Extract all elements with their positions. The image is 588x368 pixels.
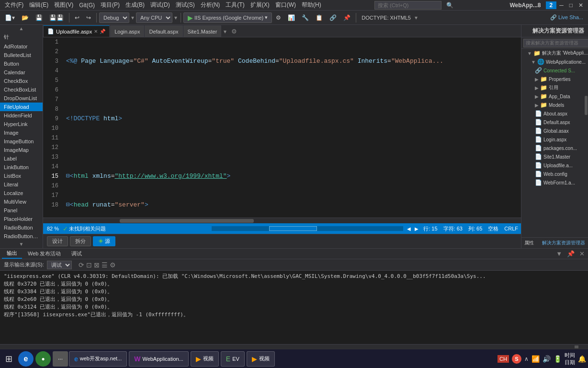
tree-about[interactable]: 📄 About.aspx: [521, 109, 588, 118]
tree-login[interactable]: 📄 Login.aspx: [521, 135, 588, 144]
close-button[interactable]: ✕: [576, 1, 586, 10]
toolbar-btn5[interactable]: 🔗: [327, 12, 339, 23]
tree-webconfig[interactable]: 📄 Web.config: [521, 170, 588, 178]
taskbar-clock[interactable]: 时间 日期: [565, 352, 575, 366]
menu-help[interactable]: 帮助(H): [299, 0, 324, 10]
output-tool-down[interactable]: ▼: [554, 250, 564, 257]
code-content[interactable]: <%@ Page Language="C#" AutoEventWireup="…: [62, 37, 521, 218]
toolbox-item-hiddenfield[interactable]: HiddenField: [0, 111, 43, 120]
scroll-left-arrow[interactable]: ◀: [407, 226, 411, 231]
tree-models[interactable]: ▶ 📁 Models: [521, 101, 588, 109]
toolbox-item-hyperlink[interactable]: HyperLink: [0, 120, 43, 128]
tab-uploadfile-close[interactable]: ✕: [94, 29, 98, 34]
output-tab-debug[interactable]: 调试: [67, 249, 87, 258]
toolbox-item-zhen[interactable]: 针: [0, 32, 43, 42]
output-dock-btn[interactable]: 📌: [565, 250, 576, 257]
toolbox-item-imagemap[interactable]: ImageMap: [0, 146, 43, 154]
toolbox-item-radiobutton[interactable]: RadioButton: [0, 223, 43, 232]
toolbox-scroll-up[interactable]: ▲: [0, 25, 43, 32]
tabs-overflow-btn[interactable]: ▾: [222, 26, 228, 37]
code-editor[interactable]: 1 2 3 4 5 6 7 8 9 10 11 12 13 14 15 16 1…: [43, 37, 521, 218]
toolbar-open-btn[interactable]: 📂: [19, 12, 32, 23]
toolbar-btn3[interactable]: 🔧: [299, 12, 312, 23]
tab-uploadfile[interactable]: 📄 Uploadfile.aspx ✕ 📌: [43, 25, 110, 37]
output-hscroll[interactable]: [0, 344, 588, 349]
toolbox-item-literal[interactable]: Literal: [0, 180, 43, 189]
tree-appdata[interactable]: ▶ 📁 App_Data: [521, 92, 588, 101]
toolbox-item-localize[interactable]: Localize: [0, 189, 43, 197]
toolbox-item-label[interactable]: Label: [0, 154, 43, 163]
output-source-select[interactable]: 调试: [47, 261, 72, 269]
taskbar-ev-btn[interactable]: E EV: [221, 351, 245, 367]
h-scrollbar-thumb[interactable]: [120, 219, 254, 223]
toolbox-item-multiview[interactable]: MultiView: [0, 197, 43, 206]
tree-solution[interactable]: ▼ 📁 解决方案 'WebAppli...': [521, 49, 588, 58]
toolbar-profile-btn[interactable]: ⚙: [273, 12, 284, 23]
tree-webform1[interactable]: 📄 WebForm1.a...: [521, 178, 588, 187]
tabs-gear-btn[interactable]: ⚙: [228, 26, 240, 37]
tab-sitemaster[interactable]: Site1.Master: [183, 25, 222, 37]
minimize-button[interactable]: ─: [556, 1, 566, 10]
tree-default[interactable]: 📄 Default.aspx: [521, 118, 588, 126]
taskbar-web-btn[interactable]: e web开发asp.net...: [69, 351, 127, 367]
solution-link[interactable]: 解决方案资源管理器: [542, 240, 585, 246]
tree-packages[interactable]: 📄 packages.con...: [521, 144, 588, 152]
output-icon3[interactable]: ⊠: [94, 261, 100, 269]
output-icon4[interactable]: ☰: [102, 261, 108, 269]
tree-global[interactable]: 📄 Global.asax: [521, 126, 588, 135]
taskbar-video1-btn[interactable]: ▶ 视频: [191, 351, 219, 367]
toolbar-saveall-btn[interactable]: 💾💾: [46, 12, 67, 23]
cpu-config-select[interactable]: Any CPU: [136, 12, 172, 23]
menu-window[interactable]: 窗口(W): [272, 0, 299, 10]
toolbox-item-bulletedlist[interactable]: BulletedList: [0, 51, 43, 59]
taskbar-vs-btn[interactable]: W WebApplication...: [129, 351, 189, 367]
maximize-button[interactable]: □: [566, 1, 576, 10]
output-icon1[interactable]: ⟳: [79, 261, 84, 269]
debug-config-select[interactable]: Debug: [99, 12, 129, 23]
toolbox-item-checkbox[interactable]: CheckBox: [0, 77, 43, 85]
tree-sitemaster[interactable]: 📄 Site1.Master: [521, 152, 588, 161]
toolbar-redo-btn[interactable]: ↪: [83, 12, 94, 23]
toolbar-undo-btn[interactable]: ↩: [72, 12, 82, 23]
toolbox-item-linkbutton[interactable]: LinkButton: [0, 163, 43, 172]
view-source-btn[interactable]: ◈ 源: [93, 236, 115, 246]
h-scrollbar[interactable]: [43, 218, 521, 223]
view-split-btn[interactable]: 拆分: [70, 236, 91, 246]
toolbox-item-placeholder[interactable]: PlaceHolder: [0, 215, 43, 223]
taskbar-battery-icon[interactable]: 🔋: [554, 355, 562, 363]
tree-connected[interactable]: 🔗 Connected S...: [521, 66, 588, 75]
taskbar-dots-icon[interactable]: ···: [53, 351, 68, 367]
menu-test[interactable]: 测试(S): [173, 0, 198, 10]
taskbar-network-icon[interactable]: 📶: [531, 355, 540, 363]
menu-build[interactable]: 生成(B): [123, 0, 147, 10]
toolbox-item-listbox[interactable]: ListBox: [0, 172, 43, 180]
toolbox-item-button[interactable]: Button: [0, 59, 43, 68]
menu-analyze[interactable]: 分析(N): [198, 0, 223, 10]
tree-properties[interactable]: ▶ 📁 Properties: [521, 75, 588, 83]
tab-default[interactable]: Default.aspx: [145, 25, 182, 37]
menu-tools[interactable]: 工具(T): [223, 0, 247, 10]
output-icon2[interactable]: ⊡: [86, 261, 92, 269]
menu-edit[interactable]: 编辑(E): [26, 0, 51, 10]
taskbar-video2-btn[interactable]: ▶ 视频: [247, 351, 275, 367]
toolbar-save-btn[interactable]: 💾: [33, 12, 45, 23]
tree-references[interactable]: ▶ 📁 引用: [521, 83, 588, 92]
scroll-right-arrow[interactable]: ▶: [415, 226, 418, 231]
toolbox-item-adrotator[interactable]: AdRotator: [0, 42, 43, 51]
menu-extensions[interactable]: 扩展(X): [248, 0, 272, 10]
toolbox-item-fileupload[interactable]: FileUpload: [0, 103, 43, 111]
toolbar-btn2[interactable]: 📊: [285, 12, 298, 23]
taskbar-arrow-icon[interactable]: ∧: [524, 356, 529, 362]
toolbar-btn6[interactable]: 📌: [340, 12, 353, 23]
output-tab-output[interactable]: 输出: [2, 249, 22, 259]
tree-webapp[interactable]: ▼ 🌐 WebApplicatione...: [521, 58, 588, 66]
toolbox-item-checkboxlist[interactable]: CheckBoxList: [0, 85, 43, 94]
search-input[interactable]: [374, 1, 441, 10]
toolbox-item-dropdownlist[interactable]: DropDownList: [0, 94, 43, 103]
menu-view[interactable]: 视图(V): [51, 0, 76, 10]
right-panel-vscroll[interactable]: [584, 96, 588, 182]
menu-file[interactable]: 文件(F): [2, 0, 26, 10]
menu-debug[interactable]: 调试(D): [147, 0, 173, 10]
taskbar-ie-icon[interactable]: e: [18, 351, 34, 367]
output-close-btn[interactable]: ✕: [578, 250, 586, 257]
